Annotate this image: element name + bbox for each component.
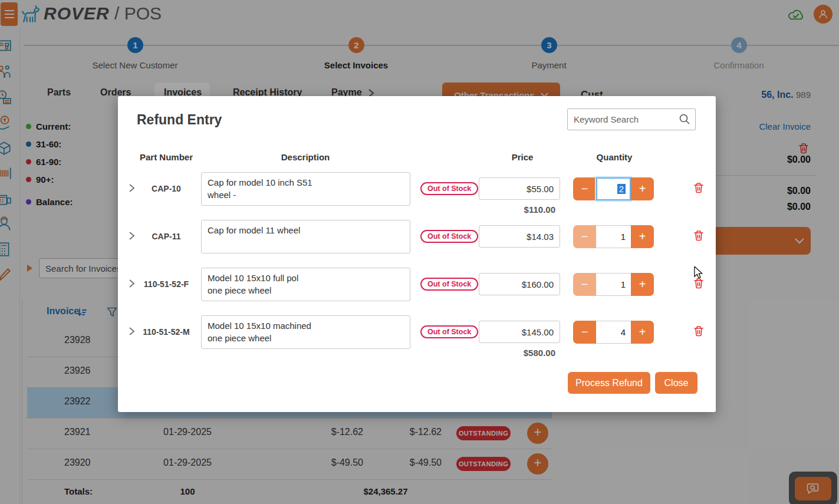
line-subtotal: $580.00 [479,348,555,358]
process-refund-button[interactable]: Process Refund [568,372,650,394]
out-of-stock-badge: Out of Stock [420,278,478,291]
out-of-stock-badge: Out of Stock [420,230,478,243]
price-input[interactable] [479,177,560,200]
column-description: Description [246,152,364,162]
part-number: 110-51-52-M [131,327,202,337]
line-subtotal: $110.00 [479,205,555,215]
price-input[interactable] [479,225,560,248]
column-quantity: Quantity [585,152,644,162]
quantity-input[interactable]: 2 [596,177,631,200]
keyword-search-input[interactable] [567,108,696,130]
part-number: CAP-10 [131,184,202,193]
column-part-number: Part Number [131,152,202,162]
quantity-input[interactable]: 1 [596,273,631,296]
quantity-stepper: − 1 + [573,273,654,296]
part-number: CAP-11 [131,232,202,241]
quantity-decrease-button[interactable]: − [573,273,596,296]
refund-line-row: CAP-10 Cap for model 10 inch S51 wheel -… [118,172,716,206]
mouse-cursor [693,266,703,279]
out-of-stock-badge: Out of Stock [420,325,478,338]
description-field[interactable]: Cap for model 10 inch S51 wheel - [201,172,410,206]
quantity-decrease-button[interactable]: − [573,225,596,248]
trash-icon [693,230,704,241]
quantity-increase-button[interactable]: + [631,225,654,248]
refund-line-row: CAP-11 Cap for model 11 wheel Out of Sto… [118,220,716,253]
delete-line-button[interactable] [693,325,704,337]
trash-icon [693,182,704,193]
quantity-increase-button[interactable]: + [631,273,654,296]
description-field[interactable]: Model 10 15x10 machined one piece wheel [201,315,410,349]
out-of-stock-badge: Out of Stock [420,182,478,195]
quantity-stepper: − 1 + [573,225,654,248]
search-icon [679,113,690,125]
trash-icon [693,325,704,337]
refund-entry-modal: Refund Entry Part Number Description Pri… [118,96,716,412]
keyword-search [567,108,696,130]
quantity-decrease-button[interactable]: − [573,321,596,344]
quantity-decrease-button[interactable]: − [573,177,596,200]
description-field[interactable]: Cap for model 11 wheel [201,220,410,253]
quantity-increase-button[interactable]: + [631,177,654,200]
column-price: Price [493,152,552,162]
quantity-stepper: − 4 + [573,321,654,344]
delete-line-button[interactable] [693,182,704,193]
refund-line-row: 110-51-52-M Model 10 15x10 machined one … [118,315,716,349]
quantity-input[interactable]: 4 [596,321,631,344]
close-button[interactable]: Close [655,372,697,394]
delete-line-button[interactable] [693,230,704,241]
description-field[interactable]: Model 10 15x10 full pol one piece wheel [201,268,410,301]
modal-title: Refund Entry [137,112,222,128]
refund-line-row: 110-51-52-F Model 10 15x10 full pol one … [118,268,716,301]
part-number: 110-51-52-F [131,279,202,289]
quantity-stepper: − 2 + [573,177,654,200]
quantity-increase-button[interactable]: + [631,321,654,344]
price-input[interactable] [479,321,560,343]
quantity-input[interactable]: 1 [596,225,631,248]
price-input[interactable] [479,273,560,295]
